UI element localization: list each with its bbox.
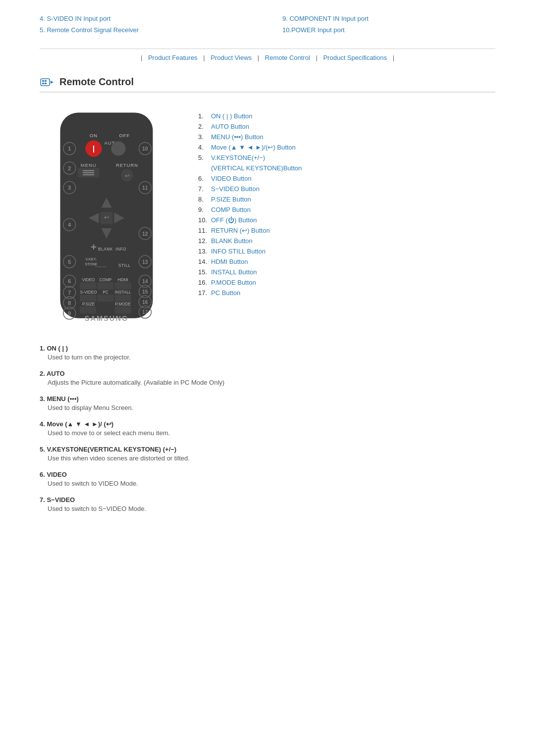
- desc-body-3: Used to display Menu Screen.: [40, 404, 495, 411]
- svg-text:3: 3: [68, 185, 71, 191]
- item-label-11: RETURN (↩) Button: [211, 227, 270, 234]
- remote-item-9: 9. COMP Button: [198, 206, 495, 213]
- svg-text:↩: ↩: [104, 214, 109, 221]
- svg-text:BLANK: BLANK: [98, 247, 113, 252]
- desc-body-2: Adjusts the Picture automatically. (Avai…: [40, 379, 495, 386]
- svg-text:4: 4: [68, 222, 71, 228]
- remote-item-5: 5. V.KEYSTONE(+/−) (VERTICAL KEYSTONE)Bu…: [198, 154, 495, 172]
- item-label-4: Move (▲ ▼ ◄ ►)/(↩) Button: [211, 144, 296, 151]
- item-label-13: INFO STILL Button: [211, 248, 266, 255]
- nav-product-features[interactable]: Product Features: [148, 54, 198, 61]
- svg-text:HDMI: HDMI: [118, 277, 128, 282]
- desc-body-4: Used to move to or select each menu item…: [40, 429, 495, 437]
- svg-text:P.MODE: P.MODE: [115, 302, 131, 306]
- desc-body-1: Used to turn on the projector.: [40, 353, 495, 361]
- svg-text:2: 2: [68, 165, 71, 171]
- nav-product-views[interactable]: Product Views: [211, 54, 252, 61]
- item-num-14: 14.: [198, 258, 208, 265]
- svg-text:SAMSUNG: SAMSUNG: [85, 314, 129, 322]
- item-num-16: 16.: [198, 279, 208, 286]
- svg-text:OFF: OFF: [119, 133, 130, 138]
- remote-layout: 1 2 3 4 5 6 7 8: [40, 107, 495, 325]
- desc-title-3: 3. MENU (▪▪▪): [40, 395, 495, 403]
- svg-text:6: 6: [68, 278, 71, 284]
- item-num-4: 4.: [198, 144, 208, 151]
- item-label-17: PC Button: [211, 289, 240, 297]
- svg-rect-71: [97, 282, 113, 290]
- svg-rect-82: [115, 306, 131, 314]
- main-content: Remote Control 1 2 3 4: [0, 66, 535, 531]
- remote-control-svg: 1 2 3 4 5 6 7 8: [40, 107, 173, 323]
- item-label-3: MENU (▪▪▪) Button: [211, 133, 264, 141]
- item-num-17: 17.: [198, 289, 208, 297]
- svg-text:|: |: [93, 145, 95, 152]
- svg-rect-2: [45, 80, 47, 82]
- desc-title-6: 6. VIDEO: [40, 471, 495, 478]
- top-link-2[interactable]: 9. COMPONENT IN Input port: [282, 15, 495, 22]
- nav-sep-2: |: [258, 54, 259, 61]
- nav-separator-right: |: [393, 54, 394, 61]
- remote-item-11: 11. RETURN (↩) Button: [198, 227, 495, 234]
- svg-text:INFO: INFO: [115, 247, 126, 252]
- svg-text:ON: ON: [90, 133, 98, 138]
- svg-text:14: 14: [142, 279, 148, 284]
- section-header: Remote Control: [40, 76, 495, 93]
- item-num-3: 3.: [198, 133, 208, 141]
- svg-rect-49: [83, 172, 94, 173]
- svg-text:8: 8: [68, 300, 71, 306]
- remote-item-10: 10. OFF (⏻) Button: [198, 216, 495, 224]
- nav-remote-control[interactable]: Remote Control: [265, 54, 310, 61]
- item-num-9: 9.: [198, 206, 208, 213]
- svg-text:+: +: [91, 241, 97, 252]
- nav-product-specifications[interactable]: Product Specifications: [323, 54, 387, 61]
- svg-rect-76: [80, 295, 96, 302]
- top-link-3[interactable]: 5. Remote Control Signal Receiver: [40, 26, 253, 34]
- item-num-1: 1.: [198, 112, 208, 120]
- svg-text:INSTALL: INSTALL: [115, 290, 131, 295]
- remote-item-15: 15. INSTALL Button: [198, 268, 495, 276]
- remote-item-3: 3. MENU (▪▪▪) Button: [198, 133, 495, 141]
- svg-text:↩: ↩: [125, 172, 130, 179]
- descriptions-section: 1. ON ( | ) Used to turn on the projecto…: [40, 345, 495, 512]
- desc-item-7: 7. S−VIDEO Used to switch to S−VIDEO Mod…: [40, 496, 495, 512]
- svg-text:RETURN: RETURN: [116, 163, 138, 168]
- item-label-1: ON ( | ) Button: [211, 112, 253, 120]
- svg-text:STONE: STONE: [85, 262, 97, 266]
- item-num-15: 15.: [198, 268, 208, 276]
- remote-item-1: 1. ON ( | ) Button: [198, 112, 495, 120]
- desc-item-2: 2. AUTO Adjusts the Picture automaticall…: [40, 370, 495, 386]
- svg-rect-50: [83, 174, 94, 175]
- item-num-13: 13.: [198, 248, 208, 255]
- item-num-11: 11.: [198, 227, 208, 234]
- item-label-16: P.MODE Button: [211, 279, 256, 286]
- svg-point-45: [111, 142, 125, 156]
- svg-rect-1: [42, 80, 44, 82]
- item-label-9: COMP Button: [211, 206, 251, 213]
- svg-text:MENU: MENU: [81, 163, 97, 168]
- remote-item-17: 17. PC Button: [198, 289, 495, 297]
- item-num-2: 2.: [198, 123, 208, 130]
- svg-text:COMP: COMP: [99, 277, 111, 282]
- nav-bar: | Product Features | Product Views | Rem…: [40, 49, 495, 66]
- item-label-5a: V.KEYSTONE(+/−): [211, 154, 265, 161]
- desc-body-5: Use this when video scenes are distorted…: [40, 454, 495, 462]
- svg-rect-48: [83, 170, 94, 171]
- desc-item-5: 5. V.KEYSTONE(VERTICAL KEYSTONE) (+/−) U…: [40, 446, 495, 462]
- desc-body-7: Used to switch to S−VIDEO Mode.: [40, 505, 495, 512]
- nav-separator-left: |: [141, 54, 142, 61]
- remote-item-13: 13. INFO STILL Button: [198, 248, 495, 255]
- top-link-4[interactable]: 10.POWER Input port: [282, 26, 495, 34]
- desc-title-5: 5. V.KEYSTONE(VERTICAL KEYSTONE) (+/−): [40, 446, 495, 453]
- item-num-6: 6.: [198, 175, 208, 182]
- item-label-8: P.SIZE Button: [211, 196, 251, 203]
- svg-text:7: 7: [68, 290, 71, 296]
- item-label-14: HDMI Button: [211, 258, 248, 265]
- remote-items-ol: 1. ON ( | ) Button 2. AUTO Button 3. MEN…: [198, 112, 495, 297]
- item-num-7: 7.: [198, 185, 208, 193]
- remote-item-16: 16. P.MODE Button: [198, 279, 495, 286]
- remote-item-7: 7. S−VIDEO Button: [198, 185, 495, 193]
- desc-item-4: 4. Move (▲ ▼ ◄ ►)/ (↩) Used to move to o…: [40, 420, 495, 437]
- top-link-1[interactable]: 4. S-VIDEO IN Input port: [40, 15, 253, 22]
- svg-text:P.SIZE: P.SIZE: [82, 302, 95, 306]
- item-label-2: AUTO Button: [211, 123, 249, 130]
